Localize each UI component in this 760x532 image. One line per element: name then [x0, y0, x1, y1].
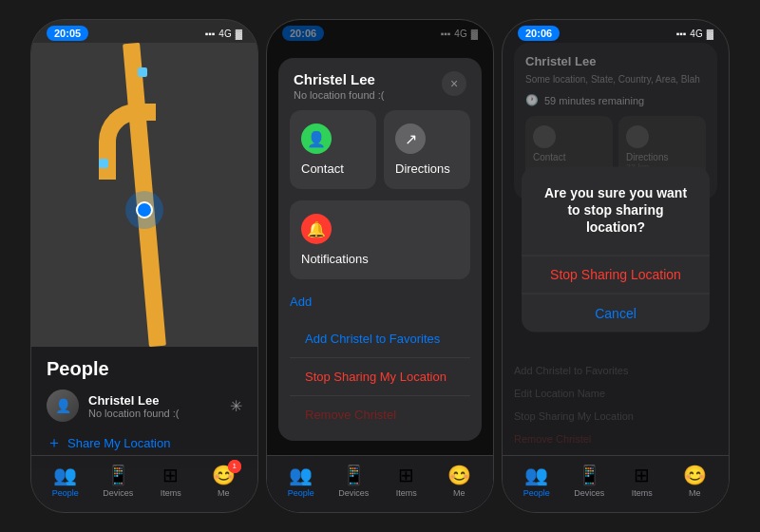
- dim-contact-label: Contact: [533, 152, 605, 162]
- me-tab-icon-2: 😊: [447, 464, 471, 486]
- tab-me-label: Me: [218, 488, 230, 498]
- directions-icon: ↗: [395, 124, 426, 154]
- share-plus-icon: ＋: [47, 433, 62, 453]
- tab2-people[interactable]: 👥 People: [275, 464, 328, 498]
- tab-people[interactable]: 👥 People: [39, 464, 92, 498]
- items-tab-icon-2: ⊞: [398, 464, 414, 486]
- notifications-icon: 🔔: [301, 214, 332, 244]
- tab3-me[interactable]: 😊 Me: [669, 464, 722, 498]
- screen2-frame: 20:06 ▪▪▪ 4G ▓ Christel Lee No location …: [266, 19, 494, 513]
- dim-sheet-sub: Some location, State, Country, Area, Bla…: [525, 74, 706, 85]
- contact-icon: 👤: [301, 124, 332, 154]
- stop-sharing-link[interactable]: Stop Sharing My Location: [290, 358, 470, 396]
- sheet-title-area: Christel Lee No location found :(: [294, 71, 384, 101]
- tab2-devices-label: Devices: [338, 488, 369, 498]
- tab2-items[interactable]: ⊞ Items: [380, 464, 433, 498]
- devices-tab-icon-3: 📱: [578, 464, 601, 486]
- tab2-items-label: Items: [396, 488, 417, 498]
- dim-sheet-title: Christel Lee: [525, 54, 706, 68]
- notifications-section: 🔔 Notifications: [290, 200, 470, 279]
- sheet-contact-name: Christel Lee: [294, 71, 384, 87]
- devices-tab-icon-2: 📱: [342, 464, 366, 486]
- dimmed-bottom-links: Add Christel to Favorites Edit Location …: [514, 359, 717, 450]
- status-bar-3: 20:06 ▪▪▪ 4G ▓: [503, 20, 729, 43]
- remove-contact-link[interactable]: Remove Christel: [290, 396, 470, 433]
- close-sheet-button[interactable]: ×: [442, 71, 466, 96]
- tab-items[interactable]: ⊞ Items: [144, 464, 198, 498]
- directions-action-button[interactable]: ↗ Directions: [384, 110, 470, 189]
- person-avatar: 👤: [47, 390, 79, 422]
- link-section: Add Christel to Favorites Stop Sharing M…: [290, 320, 470, 433]
- map-waypoint-top: [138, 67, 147, 77]
- share-location-label: Share My Location: [67, 436, 170, 450]
- dim-contact-icon: [533, 125, 556, 148]
- add-favorites-link[interactable]: Add Christel to Favorites: [290, 320, 470, 358]
- dim-directions-icon: [626, 125, 649, 148]
- battery-icon-3: ▓: [707, 28, 713, 39]
- dim-link-edit: Edit Location Name: [514, 382, 717, 405]
- sheet-contact-sub: No location found :(: [294, 89, 384, 101]
- map-road-curve: [99, 104, 156, 180]
- status-icons-1: ▪▪▪ 4G ▓: [205, 28, 242, 39]
- people-title: People: [47, 358, 242, 380]
- signal-icon-1: ▪▪▪: [205, 28, 216, 39]
- dim-directions-label: Directions: [626, 152, 698, 162]
- screen1-frame: 20:05 ▪▪▪ 4G ▓ People 👤 Christel Lee No …: [30, 19, 258, 513]
- map-waypoint-mid: [99, 159, 108, 168]
- map-view: [31, 43, 257, 347]
- dim-timer: 🕐 59 minutes remaining: [525, 94, 706, 106]
- tab3-devices[interactable]: 📱 Devices: [563, 464, 617, 498]
- share-location-button[interactable]: ＋ Share My Location: [47, 429, 242, 457]
- people-tab-icon-3: 👥: [524, 464, 548, 486]
- stop-sharing-dialog: Are you sure you want to stop sharing lo…: [522, 167, 710, 332]
- tab2-me-label: Me: [453, 488, 466, 498]
- person-list-item[interactable]: 👤 Christel Lee No location found :( ✳: [47, 390, 242, 422]
- directions-label: Directions: [395, 162, 450, 176]
- tab3-items[interactable]: ⊞ Items: [616, 464, 669, 498]
- notifications-label: Notifications: [301, 252, 459, 266]
- network-1: 4G: [218, 28, 231, 39]
- status-icons-3: ▪▪▪ 4G ▓: [676, 28, 713, 39]
- tab2-me[interactable]: 😊 Me: [433, 464, 486, 498]
- map-user-location: [125, 191, 163, 229]
- dim-link-stop: Stop Sharing My Location: [514, 405, 717, 428]
- network-3: 4G: [690, 28, 702, 39]
- tab3-items-label: Items: [632, 488, 653, 498]
- person-settings-icon[interactable]: ✳: [230, 397, 242, 415]
- sheet-header: Christel Lee No location found :( ×: [278, 58, 482, 110]
- tab2-people-label: People: [288, 488, 314, 498]
- contact-label: Contact: [301, 162, 344, 176]
- person-name: Christel Lee: [88, 393, 220, 408]
- people-panel: People 👤 Christel Lee No location found …: [31, 347, 257, 468]
- action-grid: 👤 Contact ↗ Directions: [278, 110, 482, 200]
- tab-bar-1: 👥 People 📱 Devices ⊞ Items 😊 1 Me: [31, 455, 257, 512]
- tab3-devices-label: Devices: [574, 488, 604, 498]
- me-tab-icon-3: 😊: [683, 464, 707, 486]
- person-info: Christel Lee No location found :(: [88, 393, 220, 419]
- devices-tab-icon: 📱: [106, 464, 130, 486]
- stop-sharing-confirm-button[interactable]: Stop Sharing Location: [522, 256, 710, 294]
- tab-bar-3: 👥 People 📱 Devices ⊞ Items 😊 Me: [503, 455, 729, 512]
- dim-link-remove: Remove Christel: [514, 428, 717, 450]
- tab-devices-label: Devices: [103, 488, 133, 498]
- status-time-3: 20:06: [518, 26, 560, 41]
- me-badge: 1: [228, 460, 241, 473]
- me-tab-icon: 😊: [212, 465, 236, 485]
- people-tab-icon: 👥: [53, 464, 77, 486]
- people-tab-icon-2: 👥: [289, 464, 313, 486]
- tab3-people-label: People: [523, 488, 550, 498]
- tab-me[interactable]: 😊 1 Me: [198, 464, 251, 498]
- timer-icon: 🕐: [525, 94, 539, 106]
- alert-dialog-title: Are you sure you want to stop sharing lo…: [522, 167, 710, 242]
- tab-items-label: Items: [161, 488, 181, 498]
- add-notification-button[interactable]: Add: [278, 287, 482, 320]
- screen3-frame: 20:06 ▪▪▪ 4G ▓ Christel Lee Some locatio…: [502, 19, 730, 513]
- dim-link-favorites: Add Christel to Favorites: [514, 359, 717, 382]
- cancel-dialog-button[interactable]: Cancel: [522, 294, 710, 332]
- tab3-people[interactable]: 👥 People: [510, 464, 563, 498]
- tab2-devices[interactable]: 📱 Devices: [328, 464, 381, 498]
- tab-bar-2: 👥 People 📱 Devices ⊞ Items 😊 Me: [267, 455, 493, 512]
- tab-devices[interactable]: 📱 Devices: [92, 464, 145, 498]
- contact-sheet: Christel Lee No location found :( × 👤 Co…: [278, 58, 482, 441]
- contact-action-button[interactable]: 👤 Contact: [290, 110, 376, 189]
